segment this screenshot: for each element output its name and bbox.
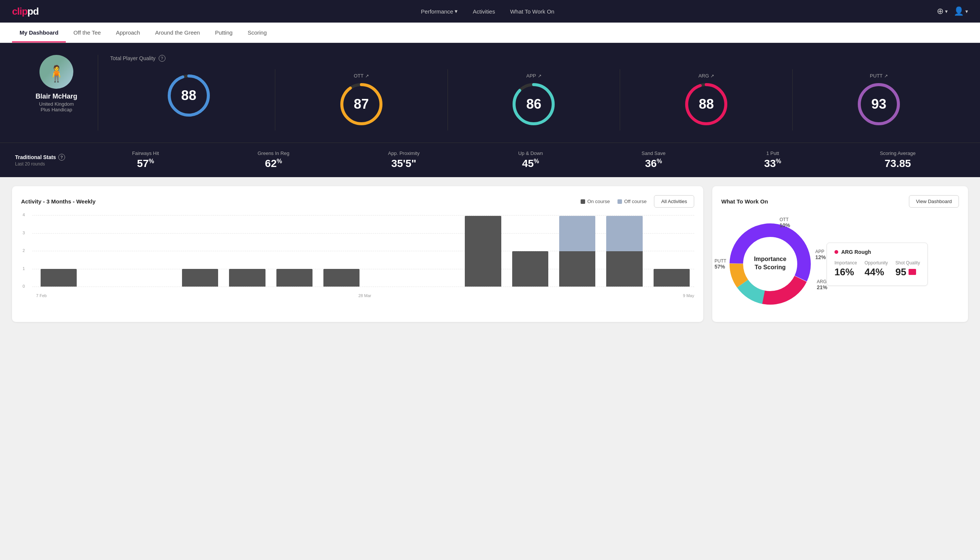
info-card-title: ARG Rough — [834, 249, 920, 255]
trad-stats-help[interactable]: ? — [58, 154, 65, 161]
x-label-may: 9 May — [683, 293, 694, 298]
tab-approach[interactable]: Approach — [108, 23, 147, 42]
nav-links: Performance ▾ Activities What To Work On — [421, 8, 554, 15]
tab-off-the-tee[interactable]: Off the Tee — [66, 23, 108, 42]
traditional-stats-bar: Traditional Stats ? Last 20 rounds Fairw… — [0, 143, 980, 177]
tab-around-the-green[interactable]: Around the Green — [147, 23, 207, 42]
nav-activities[interactable]: Activities — [473, 8, 495, 15]
overall-circle: 88 — [166, 73, 211, 118]
bar-12-oncourse — [559, 251, 595, 287]
player-name: Blair McHarg — [35, 93, 77, 100]
nav-what-to-work-on[interactable]: What To Work On — [510, 8, 554, 15]
ott-circle: 87 — [339, 82, 384, 127]
top-nav: clippd Performance ▾ Activities What To … — [0, 0, 980, 23]
wtwo-card-header: What To Work On View Dashboard — [721, 195, 959, 208]
nav-performance[interactable]: Performance ▾ — [421, 8, 458, 15]
activity-card: Activity - 3 Months - Weekly On course O… — [12, 186, 703, 322]
bar-group-14 — [649, 269, 694, 287]
bar-group-11 — [507, 251, 553, 287]
stat-scoring-average: Scoring Average 73.85 — [880, 150, 916, 170]
player-info: 🧍 Blair McHarg United Kingdom Plus Handi… — [15, 55, 98, 112]
ott-annotation: OTT 10% — [780, 217, 790, 228]
bar-4-oncourse — [182, 269, 218, 287]
bars — [36, 215, 694, 287]
view-dashboard-button[interactable]: View Dashboard — [909, 195, 959, 208]
logo: clippd — [12, 6, 39, 17]
svg-text:Importance: Importance — [754, 256, 786, 262]
bar-12-offcourse — [559, 216, 595, 251]
score-arg: ARG ↗ 88 — [620, 69, 793, 130]
scores-section: Total Player Quality ? 88 — [98, 55, 965, 130]
arg-value: 88 — [699, 96, 714, 112]
offcourse-legend-dot — [617, 199, 622, 204]
nav-right: ⊕ ▾ 👤 ▾ — [937, 7, 968, 16]
stat-1-putt: 1 Putt 33% — [764, 150, 781, 170]
sub-nav: My Dashboard Off the Tee Approach Around… — [0, 23, 980, 43]
bar-group-10 — [460, 216, 506, 287]
x-axis: 7 Feb 28 Mar 9 May — [36, 293, 694, 298]
add-button[interactable]: ⊕ ▾ — [937, 7, 948, 16]
trad-stats-title: Traditional Stats ? — [15, 154, 83, 161]
donut-section: Importance To Scoring OTT 10% APP 12% AR… — [721, 215, 819, 313]
bar-group-6 — [272, 269, 317, 287]
x-label-feb: 7 Feb — [36, 293, 47, 298]
bar-10-oncourse — [465, 216, 501, 287]
app-label: APP ↗ — [526, 73, 541, 78]
score-overall: 88 — [110, 69, 275, 130]
bar-7-oncourse — [323, 269, 359, 287]
bar-5-oncourse — [229, 269, 265, 287]
bar-1-oncourse — [41, 269, 77, 287]
bar-group-7 — [319, 269, 364, 287]
user-chevron-icon: ▾ — [965, 8, 968, 14]
legend-offcourse: Off course — [617, 198, 647, 204]
activity-chart-title: Activity - 3 Months - Weekly — [21, 198, 95, 205]
oncourse-legend-dot — [581, 199, 585, 204]
bar-13-offcourse — [606, 216, 642, 251]
stat-app-proximity: App. Proximity 35'5" — [388, 150, 420, 170]
overall-value: 88 — [181, 88, 196, 103]
arg-label: ARG ↗ — [698, 73, 714, 78]
avatar: 🧍 — [40, 55, 73, 89]
chevron-down-icon: ▾ — [455, 8, 458, 15]
putt-trend-icon: ↗ — [884, 73, 888, 78]
user-menu-button[interactable]: 👤 ▾ — [954, 7, 968, 16]
stat-items: Fairways Hit 57% Greens In Reg 62% App. … — [83, 150, 965, 170]
tab-my-dashboard[interactable]: My Dashboard — [12, 23, 66, 42]
bar-group-12 — [555, 216, 600, 287]
all-activities-button[interactable]: All Activities — [654, 195, 694, 208]
wtwo-title: What To Work On — [721, 198, 768, 205]
bar-14-oncourse — [654, 269, 690, 287]
putt-label: PUTT ↗ — [870, 73, 888, 78]
tab-putting[interactable]: Putting — [208, 23, 240, 42]
app-value: 86 — [526, 96, 541, 112]
score-cards: 88 OTT ↗ 87 — [110, 69, 965, 130]
score-putt: PUTT ↗ 93 — [793, 69, 965, 130]
bar-group-5 — [225, 269, 270, 287]
metric-opportunity: Opportunity 44% — [865, 260, 888, 278]
total-player-quality: Total Player Quality ? — [110, 55, 965, 62]
ott-label: OTT ↗ — [354, 73, 369, 78]
bar-group-1 — [36, 269, 81, 287]
bar-group-13 — [602, 216, 647, 287]
ott-value: 87 — [354, 96, 369, 112]
metric-importance: Importance 16% — [834, 260, 857, 278]
putt-circle: 93 — [856, 82, 902, 127]
donut-chart: Importance To Scoring — [721, 215, 819, 313]
app-annotation: APP 12% — [815, 249, 826, 260]
user-icon: 👤 — [954, 7, 964, 16]
total-quality-help[interactable]: ? — [159, 55, 165, 62]
bar-13-oncourse — [606, 251, 642, 287]
stat-fairways-hit: Fairways Hit 57% — [132, 150, 159, 170]
trad-stats-period: Last 20 rounds — [15, 161, 83, 167]
legend-oncourse: On course — [581, 198, 610, 204]
dashboard-header: 🧍 Blair McHarg United Kingdom Plus Handi… — [0, 43, 980, 143]
stat-up-and-down: Up & Down 45% — [518, 150, 543, 170]
bar-6-oncourse — [276, 269, 313, 287]
tab-scoring[interactable]: Scoring — [240, 23, 274, 42]
bar-chart: 4 3 2 1 0 — [21, 215, 694, 298]
activity-card-header: Activity - 3 Months - Weekly On course O… — [21, 195, 694, 208]
shot-quality-flag-icon — [908, 269, 916, 275]
avatar-image: 🧍 — [47, 66, 66, 82]
info-metrics: Importance 16% Opportunity 44% Shot Qual… — [834, 260, 920, 278]
arg-circle: 88 — [684, 82, 729, 127]
